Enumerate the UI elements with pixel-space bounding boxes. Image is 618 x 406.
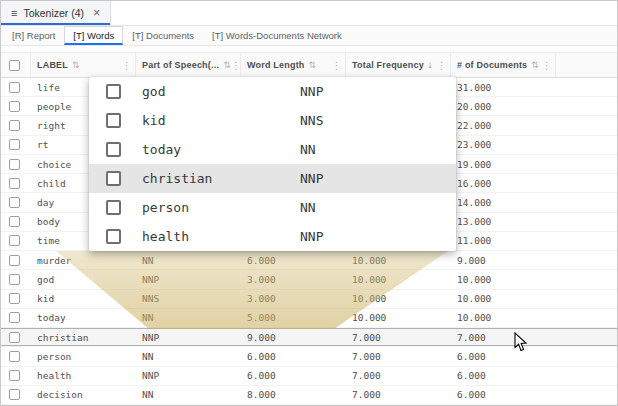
- table-row[interactable]: kid NNS 3.000 10.000 10.000: [1, 290, 617, 309]
- sort-icon[interactable]: ⇅: [223, 60, 231, 70]
- cell-label: murder: [31, 255, 136, 266]
- sort-icon[interactable]: ↓: [428, 60, 433, 70]
- overlay-row-label: god: [142, 84, 300, 99]
- tab-t-documents[interactable]: [T] Documents: [123, 26, 203, 45]
- cell-documents: 9.000: [451, 255, 556, 266]
- column-header-label: Total Frequency: [352, 60, 424, 70]
- table-row[interactable]: person NN 6.000 7.000 6.000: [1, 347, 617, 366]
- overlay-row-label: person: [142, 200, 300, 215]
- row-checkbox-cell: [1, 235, 31, 246]
- overlay-row-checkbox[interactable]: [106, 84, 121, 99]
- cell-total-frequency: 7.000: [346, 351, 451, 362]
- drag-overlay-row[interactable]: christian NNP: [89, 164, 456, 193]
- overlay-row-pos: NNP: [300, 171, 323, 186]
- row-checkbox[interactable]: [9, 82, 20, 93]
- row-checkbox-cell: [1, 389, 31, 400]
- column-header[interactable]: Word Length ⇅ ⋮: [241, 53, 346, 77]
- close-tab-icon[interactable]: ×: [93, 6, 100, 20]
- column-header[interactable]: LABEL ⇅ ⋮: [31, 53, 136, 77]
- view-tabbar: [R] Report [T] Words [T] Documents [T] W…: [1, 26, 617, 46]
- cell-documents: 31.000: [451, 82, 556, 93]
- row-checkbox[interactable]: [9, 216, 20, 227]
- cell-word-length: 3.000: [241, 293, 346, 304]
- cell-documents: 6.000: [451, 370, 556, 381]
- cell-word-length: 8.000: [241, 389, 346, 400]
- column-menu-icon[interactable]: ⋮: [332, 60, 342, 71]
- hamburger-menu-icon[interactable]: ≡: [11, 7, 17, 19]
- row-checkbox[interactable]: [9, 178, 20, 189]
- row-checkbox[interactable]: [9, 370, 20, 381]
- row-checkbox-cell: [1, 82, 31, 93]
- column-header-label: Word Length: [247, 60, 305, 70]
- table-row[interactable]: murder NN 6.000 10.000 9.000: [1, 251, 617, 270]
- document-tab-tokenizer[interactable]: ≡ Tokenizer (4) ×: [1, 1, 111, 25]
- drag-overlay-row[interactable]: kid NNS: [89, 106, 456, 135]
- table-row[interactable]: decision NN 8.000 7.000 6.000: [1, 386, 617, 405]
- cell-documents: 11.000: [451, 235, 556, 246]
- row-checkbox[interactable]: [9, 312, 20, 323]
- row-checkbox[interactable]: [9, 255, 20, 266]
- row-checkbox[interactable]: [9, 235, 20, 246]
- cell-label: kid: [31, 293, 136, 304]
- cell-label: decision: [31, 389, 136, 400]
- row-checkbox[interactable]: [9, 120, 20, 131]
- sort-icon[interactable]: ⇅: [309, 60, 317, 70]
- overlay-row-checkbox[interactable]: [106, 200, 121, 215]
- sort-icon[interactable]: ⇅: [531, 60, 539, 70]
- row-checkbox[interactable]: [9, 351, 20, 362]
- row-checkbox[interactable]: [9, 332, 20, 343]
- drag-overlay-row[interactable]: health NNP: [89, 222, 456, 251]
- view-tab-label: [T] Words: [73, 30, 114, 41]
- table-row[interactable]: christian NNP 9.000 7.000 7.000: [1, 328, 617, 347]
- overlay-row-checkbox[interactable]: [106, 229, 121, 244]
- cell-documents: 19.000: [451, 159, 556, 170]
- column-header[interactable]: Total Frequency ↓ ⋮: [346, 53, 451, 77]
- row-checkbox[interactable]: [9, 293, 20, 304]
- row-checkbox[interactable]: [9, 274, 20, 285]
- sort-icon[interactable]: ⇅: [72, 60, 80, 70]
- column-header[interactable]: Part of Speech(... ⇅ ⋮: [136, 53, 241, 77]
- row-checkbox-cell: [1, 101, 31, 112]
- drag-overlay-row[interactable]: person NN: [89, 193, 456, 222]
- table-row[interactable]: god NNP 3.000 10.000 10.000: [1, 270, 617, 289]
- column-header[interactable]: # of Documents ⇅ ⋮: [451, 53, 556, 77]
- cell-label: person: [31, 351, 136, 362]
- document-tab-title: Tokenizer (4): [23, 7, 84, 19]
- row-checkbox[interactable]: [9, 389, 20, 400]
- column-menu-icon[interactable]: ⋮: [231, 60, 241, 71]
- overlay-row-checkbox[interactable]: [106, 113, 121, 128]
- table-row[interactable]: health NNP 6.000 7.000 6.000: [1, 367, 617, 386]
- row-checkbox[interactable]: [9, 159, 20, 170]
- drag-overlay-row[interactable]: god NNP: [89, 77, 456, 106]
- overlay-row-checkbox[interactable]: [106, 142, 121, 157]
- table-row[interactable]: today NN 5.000 10.000 10.000: [1, 309, 617, 328]
- cell-label: god: [31, 274, 136, 285]
- overlay-row-pos: NNP: [300, 229, 323, 244]
- overlay-row-pos: NN: [300, 200, 316, 215]
- row-checkbox[interactable]: [9, 139, 20, 150]
- row-checkbox[interactable]: [9, 101, 20, 112]
- cell-total-frequency: 10.000: [346, 312, 451, 323]
- overlay-row-label: health: [142, 229, 300, 244]
- column-menu-icon[interactable]: ⋮: [437, 60, 447, 71]
- tab-t-words-documents-network[interactable]: [T] Words-Documents Network: [203, 26, 351, 45]
- row-checkbox[interactable]: [9, 197, 20, 208]
- cell-documents: 16.000: [451, 178, 556, 189]
- row-checkbox-cell: [1, 274, 31, 285]
- cell-part-of-speech: NNS: [136, 293, 241, 304]
- column-menu-icon[interactable]: ⋮: [542, 60, 552, 71]
- drag-overlay-row[interactable]: today NN: [89, 135, 456, 164]
- drag-overlay: god NNP kid NNS today NN christian NNP p…: [89, 77, 456, 251]
- tab-r-report[interactable]: [R] Report: [3, 26, 64, 45]
- cell-part-of-speech: NN: [136, 389, 241, 400]
- tab-t-words[interactable]: [T] Words: [64, 26, 123, 45]
- cell-documents: 14.000: [451, 197, 556, 208]
- cell-total-frequency: 7.000: [346, 332, 451, 343]
- cell-word-length: 6.000: [241, 255, 346, 266]
- overlay-row-pos: NN: [300, 142, 316, 157]
- overlay-row-checkbox[interactable]: [106, 171, 121, 186]
- cell-documents: 10.000: [451, 293, 556, 304]
- overlay-row-label: today: [142, 142, 300, 157]
- select-all-checkbox[interactable]: [9, 60, 20, 71]
- column-menu-icon[interactable]: ⋮: [122, 60, 132, 71]
